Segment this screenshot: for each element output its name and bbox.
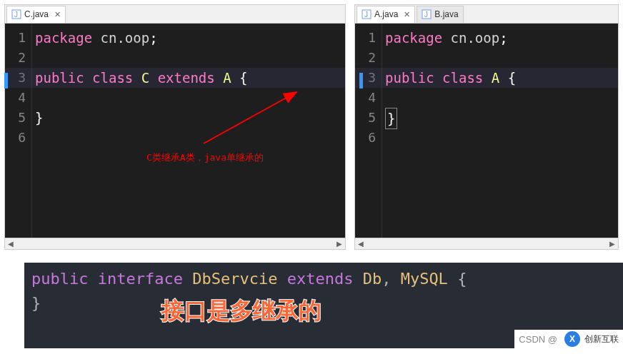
scroll-right-arrow[interactable]: ▶	[334, 238, 345, 250]
brace: {	[239, 70, 247, 86]
class-name: C	[141, 70, 149, 86]
super-interface: MySQL	[401, 270, 448, 288]
class-name: A	[492, 70, 499, 86]
line-number: 3	[5, 68, 31, 88]
package-name: cn.oop	[442, 30, 499, 46]
tab-b-java[interactable]: J B.java	[417, 6, 463, 23]
editor-pane-a: J A.java ✕ J B.java 1 2 3 4 5 6	[354, 4, 619, 250]
tab-bar-right: J A.java ✕ J B.java	[355, 5, 618, 24]
editor-pane-c: J C.java ✕ ▲ 1 2 3 4 5 6 package cn.oop;…	[4, 4, 346, 250]
interface-code-line2: }	[31, 291, 616, 315]
line-number: 5	[355, 108, 382, 128]
java-file-icon: J	[11, 9, 21, 19]
svg-text:J: J	[424, 11, 428, 19]
java-file-icon: J	[362, 9, 372, 19]
brace: {	[508, 70, 516, 86]
line-number: 4	[5, 88, 31, 108]
interface-code-line1: public interface DbServcie extends Db, M…	[31, 267, 616, 291]
package-name: cn.oop	[92, 30, 149, 46]
annotation-text: C类继承A类，java单继承的	[146, 148, 264, 168]
interface-name: DbServcie	[192, 270, 277, 288]
keyword: package	[385, 30, 442, 46]
watermark: CSDN @ X 创新互联	[514, 330, 623, 348]
brace: }	[35, 110, 43, 126]
gutter-right: 1 2 3 4 5 6	[355, 24, 382, 238]
watermark-logo-icon: X	[564, 331, 580, 347]
watermark-text: 创新互联	[584, 333, 619, 345]
big-annotation-label: 接口是多继承的	[161, 295, 322, 327]
line-number: 6	[5, 128, 31, 148]
svg-text:J: J	[14, 11, 18, 19]
gutter-left: 1 2 3 4 5 6	[5, 24, 32, 238]
tab-label: B.java	[434, 9, 458, 19]
line-number: 1	[5, 28, 31, 48]
keyword: public	[385, 70, 434, 86]
change-marker-left	[4, 73, 8, 89]
keyword: extends	[287, 270, 354, 288]
tab-a-java[interactable]: J A.java ✕	[357, 6, 415, 23]
keyword: interface	[98, 270, 183, 288]
line-number: 2	[355, 48, 382, 68]
brace: {	[457, 270, 467, 288]
svg-text:J: J	[364, 11, 368, 19]
scroll-right-arrow[interactable]: ▶	[607, 238, 618, 250]
super-interface: Db	[363, 270, 382, 288]
keyword: extends	[158, 70, 215, 86]
brace: }	[31, 294, 41, 312]
close-icon[interactable]: ✕	[404, 10, 410, 19]
code-lines-left[interactable]: package cn.oop; public class C extends A…	[32, 24, 345, 238]
scroll-left-arrow[interactable]: ◀	[355, 238, 367, 250]
line-number: 5	[5, 108, 31, 128]
keyword: class	[92, 70, 133, 86]
semicolon: ;	[499, 30, 507, 46]
code-area-a[interactable]: 1 2 3 4 5 6 package cn.oop; public class…	[355, 24, 618, 238]
semicolon: ;	[149, 30, 157, 46]
csdn-prefix: CSDN @	[519, 334, 557, 345]
line-number: 4	[355, 88, 382, 108]
code-area-c[interactable]: 1 2 3 4 5 6 package cn.oop; public class…	[5, 24, 345, 238]
comma: ,	[382, 270, 391, 288]
tab-label: A.java	[374, 9, 398, 19]
tab-bar-left: J C.java ✕	[5, 5, 345, 24]
line-number: 1	[355, 28, 382, 48]
change-marker-right	[359, 73, 363, 89]
hscroll-right[interactable]: ◀ ▶	[355, 238, 618, 249]
line-number: 6	[355, 128, 382, 148]
super-class: A	[223, 70, 231, 86]
brace: }	[387, 111, 395, 126]
keyword: public	[35, 70, 84, 86]
tab-label: C.java	[24, 9, 49, 19]
tab-c-java[interactable]: J C.java ✕	[6, 6, 66, 23]
scroll-track[interactable]	[16, 239, 334, 249]
line-number: 2	[5, 48, 31, 68]
scroll-track[interactable]	[367, 239, 607, 249]
bottom-code-block: public interface DbServcie extends Db, M…	[24, 263, 623, 348]
java-file-icon: J	[422, 9, 432, 19]
code-lines-right[interactable]: package cn.oop; public class A { }	[382, 24, 618, 238]
hscroll-left[interactable]: ◀ ▶	[5, 238, 345, 249]
cursor-bracket: }	[385, 108, 397, 129]
scroll-left-arrow[interactable]: ◀	[5, 238, 16, 250]
close-icon[interactable]: ✕	[54, 10, 61, 19]
keyword: class	[442, 70, 483, 86]
keyword: package	[35, 30, 92, 46]
keyword: public	[31, 270, 88, 288]
